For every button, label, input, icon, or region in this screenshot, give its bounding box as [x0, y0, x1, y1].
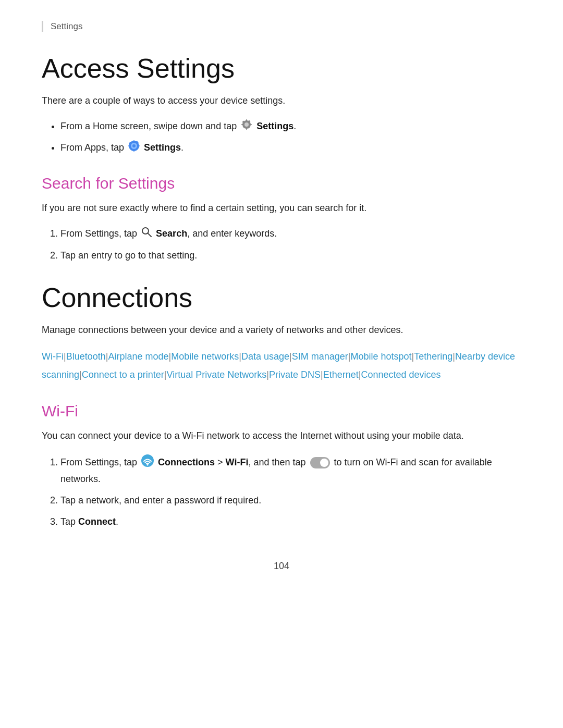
- search-step-2: Tap an entry to go to that setting.: [60, 248, 521, 263]
- access-settings-intro: There are a couple of ways to access you…: [42, 93, 521, 108]
- link-data-usage[interactable]: Data usage: [241, 351, 289, 362]
- bullet-home-pre: From a Home screen, swipe down and tap: [60, 121, 239, 131]
- svg-point-1: [244, 122, 249, 127]
- link-bluetooth[interactable]: Bluetooth: [66, 351, 106, 362]
- gear-gray-icon: [241, 119, 252, 135]
- wifi-icon: [141, 454, 154, 472]
- connections-title: Connections: [42, 282, 521, 313]
- gear-blue-icon: [128, 140, 140, 156]
- wifi-title: Wi-Fi: [42, 402, 521, 420]
- bullet-apps-pre: From Apps, tap: [60, 142, 127, 153]
- wifi-steps: From Settings, tap Connections > Wi-Fi, …: [42, 454, 521, 529]
- bullet-apps: From Apps, tap Settings.: [60, 140, 521, 156]
- wifi-step-2: Tap a network, and enter a password if r…: [60, 493, 521, 508]
- wifi-step-3-pre: Tap: [60, 516, 78, 527]
- link-wifi[interactable]: Wi-Fi: [42, 351, 64, 362]
- access-settings-bullets: From a Home screen, swipe down and tap S…: [42, 119, 521, 156]
- svg-line-22: [148, 233, 151, 237]
- link-printer[interactable]: Connect to a printer: [82, 369, 164, 380]
- svg-rect-3: [246, 128, 247, 130]
- toggle-icon: [310, 457, 330, 468]
- svg-point-12: [132, 144, 136, 147]
- link-mobile-networks[interactable]: Mobile networks: [171, 351, 239, 362]
- svg-rect-5: [250, 124, 252, 125]
- bullet-home-bold: Settings: [256, 121, 293, 131]
- svg-rect-14: [133, 149, 134, 152]
- link-private-dns[interactable]: Private DNS: [269, 369, 321, 380]
- svg-point-24: [147, 464, 149, 465]
- svg-rect-15: [128, 145, 131, 146]
- access-settings-title: Access Settings: [42, 53, 521, 84]
- wifi-step-1-bold2: Wi-Fi: [226, 457, 249, 467]
- wifi-step-1-pre: From Settings, tap: [60, 457, 140, 467]
- page-footer: 104: [42, 561, 521, 572]
- bullet-apps-bold: Settings: [144, 142, 181, 153]
- access-settings-section: Access Settings There are a couple of wa…: [42, 53, 521, 156]
- wifi-step-1-mid: >: [215, 457, 226, 467]
- wifi-step-3-post: .: [116, 516, 118, 527]
- svg-rect-13: [133, 140, 134, 143]
- link-mobile-hotspot[interactable]: Mobile hotspot: [350, 351, 411, 362]
- link-tethering[interactable]: Tethering: [414, 351, 452, 362]
- page-number: 104: [274, 561, 289, 571]
- search-step-1: From Settings, tap Search, and enter key…: [60, 226, 521, 242]
- wifi-step-1-bold1: Connections: [158, 457, 215, 467]
- wifi-step-2-text: Tap a network, and enter a password if r…: [60, 495, 261, 505]
- wifi-step-1-mid2: , and then tap: [248, 457, 308, 467]
- search-icon: [141, 227, 152, 242]
- link-connected-devices[interactable]: Connected devices: [361, 369, 440, 380]
- wifi-intro: You can connect your device to a Wi-Fi n…: [42, 428, 521, 443]
- svg-point-21: [142, 228, 149, 234]
- search-settings-title: Search for Settings: [42, 175, 521, 192]
- search-step-1-bold: Search: [156, 228, 187, 239]
- svg-rect-16: [137, 145, 140, 146]
- link-sim-manager[interactable]: SIM manager: [292, 351, 348, 362]
- svg-rect-2: [246, 119, 247, 121]
- link-vpn[interactable]: Virtual Private Networks: [167, 369, 267, 380]
- svg-rect-4: [241, 124, 243, 125]
- wifi-step-1: From Settings, tap Connections > Wi-Fi, …: [60, 454, 521, 487]
- breadcrumb-label: Settings: [51, 21, 82, 31]
- search-settings-intro: If you are not sure exactly where to fin…: [42, 201, 521, 216]
- breadcrumb: Settings: [42, 21, 521, 32]
- search-settings-steps: From Settings, tap Search, and enter key…: [42, 226, 521, 263]
- connections-links: Wi-Fi|Bluetooth|Airplane mode|Mobile net…: [42, 348, 521, 383]
- search-step-1-pre: From Settings, tap: [60, 228, 137, 239]
- wifi-section: Wi-Fi You can connect your device to a W…: [42, 402, 521, 529]
- wifi-step-3-bold: Connect: [78, 516, 116, 527]
- connections-section: Connections Manage connections between y…: [42, 282, 521, 384]
- link-ethernet[interactable]: Ethernet: [323, 369, 359, 380]
- connections-intro: Manage connections between your device a…: [42, 323, 521, 338]
- bullet-home: From a Home screen, swipe down and tap S…: [60, 119, 521, 135]
- search-settings-section: Search for Settings If you are not sure …: [42, 175, 521, 263]
- wifi-step-3: Tap Connect.: [60, 514, 521, 529]
- link-airplane[interactable]: Airplane mode: [108, 351, 168, 362]
